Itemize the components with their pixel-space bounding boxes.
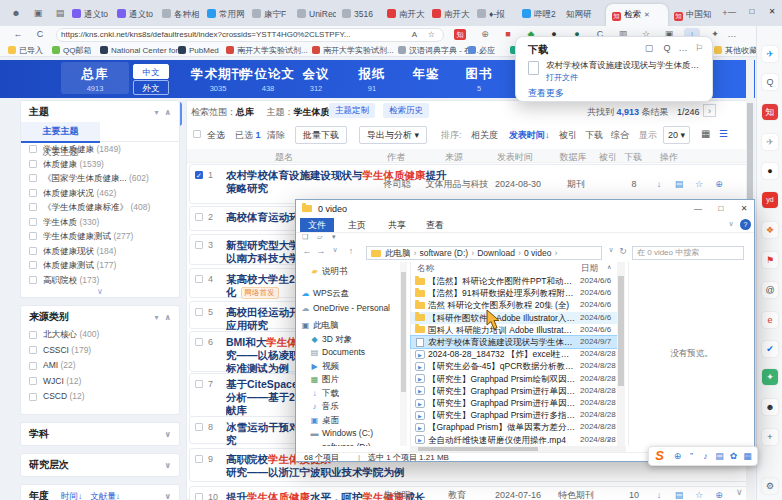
file-row[interactable]: ▶【研究生】Graphpad Prsim进行单因素方差分...2024/8/28 — [411, 397, 617, 409]
browser-tab[interactable]: UniRec — [291, 4, 336, 26]
reload-icon[interactable]: C — [32, 28, 48, 41]
row-checkbox[interactable] — [195, 241, 203, 249]
browser-tab[interactable]: 知网研 — [561, 4, 606, 26]
select-all-checkbox[interactable] — [193, 130, 201, 138]
filter-checkbox-item[interactable]: 体质健康测试 (177) — [21, 258, 179, 273]
nav-item[interactable]: ♪音乐 — [309, 400, 339, 413]
checkbox[interactable] — [29, 218, 37, 226]
red-e-icon[interactable]: e — [762, 312, 778, 328]
column-header[interactable]: 数据库 — [560, 151, 587, 164]
checkbox[interactable] — [29, 393, 37, 401]
sort-option[interactable]: 发表时间↓ — [509, 129, 550, 142]
year-sort-count[interactable]: 文献量↓ — [90, 491, 120, 500]
browser-tab[interactable]: 南开大 — [381, 4, 426, 26]
squirrel-icon[interactable]: ❖ — [762, 222, 778, 238]
checkbox[interactable] — [29, 247, 37, 255]
per-page-select[interactable]: 20 ▾ — [663, 126, 690, 144]
lang-toggle-en[interactable]: 外文 — [133, 80, 169, 95]
column-header[interactable]: 作者 — [387, 151, 405, 164]
window-minimize-button[interactable]: — — [688, 202, 708, 215]
breadcrumb-item[interactable]: 此电脑 — [385, 248, 411, 258]
next-page-button[interactable]: › — [703, 104, 716, 117]
filter-checkbox-item[interactable]: 学生体质健康测试 (277) — [21, 229, 179, 244]
file-row[interactable]: ▶【研究生】Graphpad Prsim进行多指标单因素...2024/8/28 — [411, 409, 617, 421]
breadcrumb-item[interactable]: Download — [477, 248, 515, 258]
panel-collapse-icon[interactable]: ∧ — [165, 307, 172, 328]
qat-dropdown-icon[interactable]: ▾ — [332, 233, 336, 241]
qat-folder-icon[interactable]: ▱ — [317, 233, 322, 241]
search-icon[interactable]: Q — [762, 74, 778, 90]
grid-view-icon[interactable]: ▦ — [701, 128, 710, 139]
file-row[interactable]: ▶2024-08-28_184732 【炸】excel柱状图应用 .w...20… — [411, 348, 617, 360]
row-checkbox[interactable] — [195, 275, 203, 283]
filter-checkbox-item[interactable]: WJCI (12) — [21, 374, 179, 390]
bookmark-item[interactable]: PubMed — [178, 45, 219, 56]
menu-item-file[interactable]: 文件 — [300, 218, 334, 232]
add-icon[interactable]: + — [762, 429, 778, 445]
checkbox[interactable] — [29, 174, 37, 182]
checkbox[interactable] — [29, 160, 37, 168]
checkbox[interactable] — [29, 145, 37, 153]
blue-check-icon[interactable]: ✔ — [762, 341, 778, 357]
browser-tab[interactable]: 通义to — [111, 4, 156, 26]
nav-item[interactable]: ☁WPS云盘 — [300, 287, 349, 300]
settings-icon[interactable]: ⚙ — [762, 478, 778, 494]
panel-sort-icon[interactable]: ▾ — [154, 102, 158, 123]
file-row[interactable]: ▶【研究生】Graphpad Prsim进行单因素方差分...2024/8/28 — [411, 385, 617, 397]
panel-expand-icon[interactable]: ∨ — [165, 455, 172, 476]
filter-checkbox-item[interactable]: 《国家学生体质健康... (602) — [21, 171, 179, 186]
browser-tab[interactable]: 康宁F — [246, 4, 291, 26]
up-icon[interactable]: ↑ — [344, 246, 358, 256]
filter-checkbox-item[interactable]: 高职院校 (173) — [21, 273, 179, 288]
browser-tab[interactable]: 哔哩2 — [516, 4, 561, 26]
panda-icon[interactable]: ● — [762, 163, 778, 179]
window-maximize-button[interactable]: □ — [744, 5, 760, 19]
browser-tab[interactable]: ♦-报 — [471, 4, 516, 26]
checkbox[interactable] — [29, 276, 37, 284]
file-row[interactable]: ▶全自动纤维快速研磨仪使用操作.mp42024/8/28 — [411, 434, 617, 446]
lang-toggle-zh[interactable]: 中文 — [133, 64, 169, 79]
op-download-icon[interactable]: ↓ — [652, 179, 666, 189]
menu-item-2[interactable]: 共享 — [380, 218, 414, 232]
result-row[interactable]: 10提升学生体质健康水平，呵护学生健康成长朱华明教育2024-07-16特色期刊… — [189, 486, 749, 500]
checkbox[interactable] — [29, 346, 37, 354]
favorite-star-icon[interactable]: ☆ — [428, 29, 435, 41]
row-checkbox[interactable] — [195, 455, 203, 463]
sort-option[interactable]: 综合 — [611, 129, 629, 142]
voice-icon[interactable]: ♪ — [699, 450, 712, 463]
help-icon[interactable]: ? — [740, 219, 751, 230]
filter-checkbox-item[interactable]: AMI (22) — [21, 358, 179, 374]
checkbox[interactable] — [29, 189, 37, 197]
history-dropdown-icon[interactable]: ∨ — [328, 246, 342, 254]
browser-tab[interactable]: 知中国知 — [668, 4, 713, 26]
menu-item-1[interactable]: 主页 — [340, 218, 374, 232]
browser-tab[interactable]: 南开大 — [426, 4, 471, 26]
column-header[interactable]: 下载 — [624, 151, 642, 164]
more-icon[interactable]: … — [724, 28, 740, 41]
open-file-link[interactable]: 打开文件 — [546, 72, 578, 83]
workspaces-icon[interactable]: ▣ — [30, 6, 46, 20]
cnki-nav-tab[interactable]: 总库4913 — [61, 62, 129, 94]
punctuation-icon[interactable]: ” — [685, 450, 698, 463]
file-row[interactable]: ▶【研究生必备-45】qPCR数据分析教程（全网最...2024/8/28 — [411, 360, 617, 372]
cnki-nav-tab[interactable]: 图书5 — [445, 66, 513, 93]
file-row[interactable]: ▶【研究生】Graphpad Prsim绘制双因素柱形图...2024/8/28 — [411, 373, 617, 385]
op-read-icon[interactable]: ▤ — [672, 179, 686, 189]
row-checkbox[interactable] — [195, 308, 203, 316]
search-downloads-icon[interactable]: Q — [660, 43, 674, 53]
open-downloads-folder-icon[interactable]: ▢ — [642, 43, 656, 53]
window-close-button[interactable]: ✕ — [734, 202, 754, 215]
column-header[interactable]: 被引 — [599, 151, 617, 164]
file-row[interactable]: ▶【Graphpad Prism】做单因素方差分析详解(含...2024/8/2… — [411, 421, 617, 433]
filter-checkbox-item[interactable]: 学生体质健康 (1849) — [21, 142, 179, 157]
spiral-icon[interactable]: @ — [762, 282, 778, 298]
window-maximize-button[interactable]: □ — [711, 202, 731, 215]
window-minimize-button[interactable]: — — [724, 5, 740, 19]
filelist-scrollbar[interactable] — [617, 262, 625, 446]
bookmark-item[interactable]: 南开大学实验试剂... — [226, 45, 308, 56]
bookmark-item[interactable]: National Center for... — [100, 45, 184, 56]
paper-plane-icon[interactable]: ✈ — [762, 134, 778, 150]
filelist-scrollbar-thumb[interactable] — [618, 276, 624, 386]
browser-tab[interactable]: 3516 — [336, 4, 381, 26]
clear-selection-link[interactable]: 清除 — [267, 129, 285, 142]
